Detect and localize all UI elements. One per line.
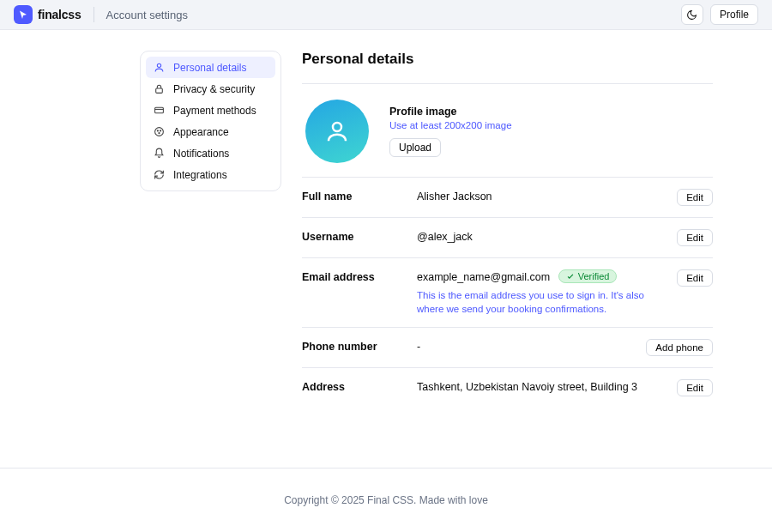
verified-badge: Verified bbox=[558, 269, 618, 283]
svg-point-0 bbox=[157, 63, 160, 67]
check-icon bbox=[566, 272, 575, 281]
sidebar-item-label: Payment methods bbox=[173, 105, 256, 117]
sidebar-item-notifications[interactable]: Notifications bbox=[146, 142, 275, 164]
profile-image-title: Profile image bbox=[389, 106, 512, 118]
app-header: finalcss Account settings Profile bbox=[0, 0, 772, 30]
row-email: Email address example_name@gmail.com Ver… bbox=[302, 257, 713, 327]
user-icon bbox=[153, 62, 165, 74]
sidebar-item-personal-details[interactable]: Personal details bbox=[146, 57, 275, 78]
edit-address-button[interactable]: Edit bbox=[677, 379, 713, 396]
edit-full-name-button[interactable]: Edit bbox=[677, 189, 713, 206]
svg-point-3 bbox=[154, 128, 163, 136]
sidebar-item-label: Privacy & security bbox=[173, 83, 255, 95]
edit-username-button[interactable]: Edit bbox=[677, 229, 713, 246]
row-value: @alex_jack bbox=[417, 229, 666, 243]
sidebar-item-integrations[interactable]: Integrations bbox=[146, 164, 275, 185]
row-label: Email address bbox=[302, 269, 407, 283]
brand-logo bbox=[14, 5, 33, 24]
profile-image-section: Profile image Use at least 200x200 image… bbox=[302, 83, 713, 177]
svg-point-7 bbox=[333, 123, 341, 131]
svg-rect-1 bbox=[155, 88, 162, 93]
page-title: Personal details bbox=[302, 51, 713, 68]
breadcrumb[interactable]: Account settings bbox=[106, 9, 188, 21]
sidebar-item-label: Appearance bbox=[173, 126, 229, 138]
main: Personal details Privacy & security Paym… bbox=[0, 30, 772, 468]
sidebar-item-label: Notifications bbox=[173, 148, 229, 160]
row-username: Username @alex_jack Edit bbox=[302, 217, 713, 257]
moon-icon bbox=[686, 9, 697, 21]
row-address: Address Tashkent, Uzbekistan Navoiy stre… bbox=[302, 367, 713, 408]
sync-icon bbox=[153, 169, 165, 181]
content: Personal details Profile image Use at le… bbox=[302, 51, 727, 468]
bell-icon bbox=[153, 148, 165, 160]
avatar bbox=[305, 100, 369, 163]
row-value: Alisher Jackson bbox=[417, 189, 666, 203]
row-value: example_name@gmail.com bbox=[417, 269, 550, 283]
brand[interactable]: finalcss bbox=[14, 5, 81, 24]
badge-label: Verified bbox=[578, 271, 610, 281]
row-value: - bbox=[417, 339, 636, 353]
cursor-icon bbox=[18, 9, 28, 20]
svg-point-6 bbox=[158, 133, 159, 134]
theme-toggle-button[interactable] bbox=[681, 4, 703, 25]
footer-text: Copyright © 2025 Final CSS. Made with lo… bbox=[284, 494, 488, 506]
credit-card-icon bbox=[153, 105, 165, 117]
header-actions: Profile bbox=[681, 4, 758, 25]
profile-button[interactable]: Profile bbox=[710, 4, 758, 25]
user-icon bbox=[324, 118, 350, 144]
sidebar-item-privacy-security[interactable]: Privacy & security bbox=[146, 78, 275, 100]
row-phone: Phone number - Add phone bbox=[302, 327, 713, 367]
edit-email-button[interactable]: Edit bbox=[677, 269, 713, 287]
profile-image-hint: Use at least 200x200 image bbox=[389, 120, 512, 130]
row-label: Username bbox=[302, 229, 407, 243]
add-phone-button[interactable]: Add phone bbox=[646, 339, 713, 356]
row-label: Phone number bbox=[302, 339, 407, 353]
sidebar-item-appearance[interactable]: Appearance bbox=[146, 121, 275, 142]
row-label: Full name bbox=[302, 189, 407, 203]
sidebar-item-label: Integrations bbox=[173, 169, 227, 181]
svg-rect-2 bbox=[154, 107, 163, 113]
divider bbox=[93, 7, 94, 22]
svg-point-4 bbox=[157, 130, 158, 131]
palette-icon bbox=[153, 126, 165, 138]
row-label: Address bbox=[302, 379, 407, 393]
profile-image-meta: Profile image Use at least 200x200 image… bbox=[389, 106, 512, 157]
row-value: Tashkent, Uzbekistan Navoiy street, Buil… bbox=[417, 379, 666, 393]
row-sub: This is the email address you use to sig… bbox=[417, 288, 666, 316]
brand-name: finalcss bbox=[38, 8, 81, 21]
footer: Copyright © 2025 Final CSS. Made with lo… bbox=[0, 468, 772, 532]
upload-button[interactable]: Upload bbox=[389, 138, 441, 157]
sidebar-item-label: Personal details bbox=[173, 62, 246, 74]
sidebar-item-payment-methods[interactable]: Payment methods bbox=[146, 100, 275, 121]
svg-point-5 bbox=[160, 130, 160, 131]
settings-sidebar: Personal details Privacy & security Paym… bbox=[140, 51, 281, 191]
lock-icon bbox=[153, 83, 165, 95]
row-full-name: Full name Alisher Jackson Edit bbox=[302, 177, 713, 217]
